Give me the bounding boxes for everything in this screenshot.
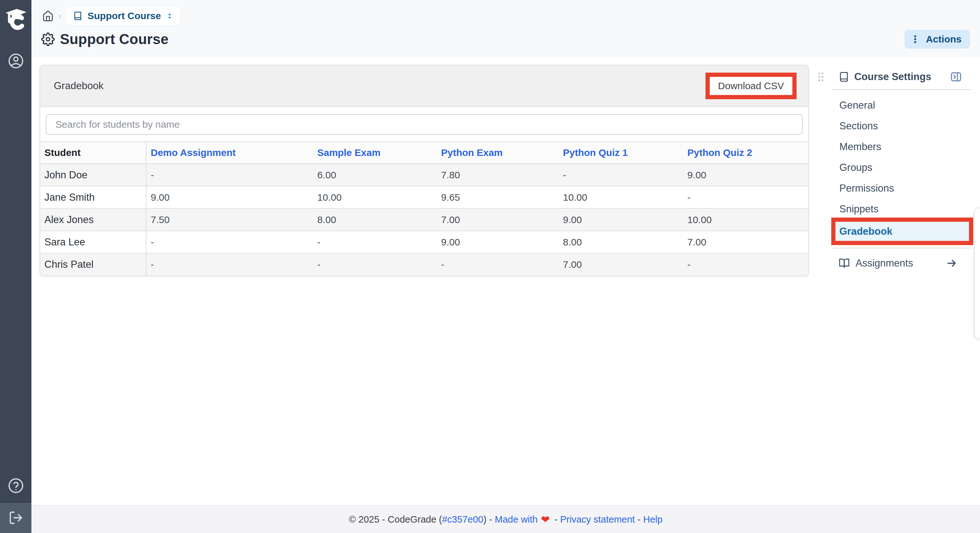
grade-cell: 8.00 xyxy=(313,209,437,231)
grade-cell: - xyxy=(559,164,683,186)
logout-icon[interactable] xyxy=(8,510,23,525)
table-row: Alex Jones 7.50 8.00 7.00 9.00 10.00 xyxy=(40,209,809,231)
logout-section[interactable] xyxy=(0,502,32,533)
nav-item-permissions[interactable]: Permissions xyxy=(813,178,977,199)
collapse-panel-icon[interactable] xyxy=(950,71,962,83)
breadcrumb: › Support Course xyxy=(42,6,180,25)
student-name: Sara Lee xyxy=(40,231,146,253)
copyright-text: © 2025 - CodeGrade ( xyxy=(349,514,442,525)
grade-cell: - xyxy=(146,231,313,253)
book-icon xyxy=(839,72,849,82)
student-name: Chris Patel xyxy=(40,253,146,276)
gradebook-card: Gradebook Download CSV Student Demo Assi xyxy=(40,65,809,276)
footer-separator: - xyxy=(552,514,560,525)
grade-cell: - xyxy=(683,186,809,209)
kebab-icon xyxy=(910,34,920,44)
collapsed-panel-handle[interactable] xyxy=(974,207,980,339)
book-open-icon xyxy=(839,258,850,269)
course-chip-label: Support Course xyxy=(88,10,161,21)
grade-cell: 10.00 xyxy=(313,186,437,209)
grade-cell: 6.00 xyxy=(313,164,437,186)
column-header-student: Student xyxy=(40,142,146,164)
gradebook-card-header: Gradebook Download CSV xyxy=(40,65,808,107)
assignments-link[interactable]: Assignments xyxy=(813,253,977,274)
breadcrumb-separator: › xyxy=(58,10,62,21)
main-content: Gradebook Download CSV Student Demo Assi xyxy=(32,57,980,505)
heart-icon: ❤ xyxy=(541,513,550,526)
grades-table: Student Demo Assignment Sample Exam Pyth… xyxy=(40,141,809,276)
grade-cell: 7.50 xyxy=(146,209,313,231)
grade-cell: 7.00 xyxy=(559,253,683,276)
grades-header-row: Student Demo Assignment Sample Exam Pyth… xyxy=(40,142,809,164)
topbar: › Support Course xyxy=(32,0,980,57)
grade-cell: - xyxy=(146,253,313,276)
student-search-input[interactable] xyxy=(46,114,803,135)
arrow-right-icon xyxy=(946,257,958,269)
page-title: Support Course xyxy=(60,31,169,47)
chevrons-up-down-icon xyxy=(165,12,174,20)
profile-icon[interactable] xyxy=(8,53,24,69)
gear-icon xyxy=(41,32,55,46)
column-header-python-quiz-1[interactable]: Python Quiz 1 xyxy=(559,142,683,164)
student-name: John Doe xyxy=(40,164,146,186)
nav-item-sections[interactable]: Sections xyxy=(813,116,977,137)
footer-separator: ) - xyxy=(483,514,495,525)
gradebook-card-body: Student Demo Assignment Sample Exam Pyth… xyxy=(40,107,808,276)
codegrade-logo-icon[interactable] xyxy=(3,4,29,30)
nav-item-groups[interactable]: Groups xyxy=(813,157,977,178)
table-row: Chris Patel - - - 7.00 - xyxy=(40,253,809,276)
grade-cell: 10.00 xyxy=(559,186,683,209)
column-header-python-quiz-2[interactable]: Python Quiz 2 xyxy=(683,142,809,164)
nav-item-members[interactable]: Members xyxy=(813,137,977,157)
drag-handle-icon[interactable] xyxy=(817,72,824,82)
table-row: John Doe - 6.00 7.80 - 9.00 xyxy=(40,164,809,186)
home-icon[interactable] xyxy=(42,10,54,22)
grade-cell: 7.00 xyxy=(683,231,809,253)
help-icon[interactable] xyxy=(8,477,24,494)
assignments-label: Assignments xyxy=(856,257,913,269)
grade-cell: 10.00 xyxy=(683,209,809,231)
footer: © 2025 - CodeGrade (#c357e00) - Made wit… xyxy=(32,505,980,533)
nav-item-gradebook[interactable]: Gradebook xyxy=(835,222,969,241)
student-name: Alex Jones xyxy=(40,209,146,231)
download-csv-annotation-box: Download CSV xyxy=(705,73,797,99)
column-header-demo-assignment[interactable]: Demo Assignment xyxy=(146,142,313,164)
table-row: Sara Lee - - 9.00 8.00 7.00 xyxy=(40,231,809,253)
help-link[interactable]: Help xyxy=(643,514,663,525)
privacy-statement-link[interactable]: Privacy statement xyxy=(560,514,635,525)
table-row: Jane Smith 9.00 10.00 9.65 10.00 - xyxy=(40,186,809,209)
nav-item-general[interactable]: General xyxy=(813,95,977,116)
grade-cell: - xyxy=(313,231,437,253)
page-title-row: Support Course xyxy=(41,31,169,47)
column-header-python-exam[interactable]: Python Exam xyxy=(437,142,559,164)
grade-cell: 9.00 xyxy=(559,209,683,231)
course-settings-nav: General Sections Members Groups Permissi… xyxy=(813,90,977,274)
actions-button[interactable]: Actions xyxy=(905,30,970,49)
grade-cell: 9.65 xyxy=(437,186,559,209)
version-link[interactable]: #c357e00 xyxy=(442,514,483,525)
footer-separator: - xyxy=(635,514,643,525)
grade-cell: 7.00 xyxy=(437,209,559,231)
nav-item-snippets[interactable]: Snippets xyxy=(813,199,977,220)
column-header-sample-exam[interactable]: Sample Exam xyxy=(313,142,437,164)
course-settings-header: Course Settings xyxy=(813,65,977,89)
grade-cell: - xyxy=(437,253,559,276)
grade-cell: 7.80 xyxy=(437,164,559,186)
made-with-link[interactable]: Made with xyxy=(495,514,538,525)
grade-cell: - xyxy=(683,253,809,276)
grade-cell: 9.00 xyxy=(146,186,313,209)
gradebook-annotation-box: Gradebook xyxy=(831,217,973,245)
course-settings-title: Course Settings xyxy=(854,71,931,83)
book-icon xyxy=(73,11,82,21)
course-selector-chip[interactable]: Support Course xyxy=(66,6,180,25)
grade-cell: - xyxy=(146,164,313,186)
grade-cell: - xyxy=(313,253,437,276)
grade-cell: 9.00 xyxy=(683,164,809,186)
page: › Support Course xyxy=(32,0,980,533)
course-settings-panel: Course Settings General Sections Members… xyxy=(813,65,977,274)
actions-button-label: Actions xyxy=(926,34,961,45)
student-name: Jane Smith xyxy=(40,186,146,209)
download-csv-button[interactable]: Download CSV xyxy=(710,77,792,95)
grade-cell: 8.00 xyxy=(559,231,683,253)
app-sidebar xyxy=(0,0,32,533)
